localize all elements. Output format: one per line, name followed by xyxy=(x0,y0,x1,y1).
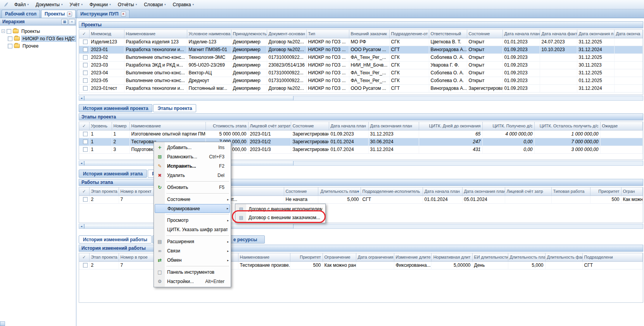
scroll-left-icon[interactable]: ◄ xyxy=(79,96,84,100)
menu-extensions[interactable]: ▤Расширения▸ xyxy=(155,237,230,246)
menu-contract-external-executor[interactable]: ▤Договор с внешним исполнителем... xyxy=(236,205,325,213)
table-row[interactable]: 11Изготовление опытной партии ПМ0...5 00… xyxy=(79,130,643,138)
column-header[interactable]: Наименование xyxy=(124,30,187,38)
tab-project-history[interactable]: История изменений проекта xyxy=(79,104,152,112)
row-checkbox[interactable] xyxy=(83,86,88,91)
filter-arrow-icon[interactable]: ▼ xyxy=(357,190,360,193)
menu-view[interactable]: Просмотр▸ xyxy=(155,216,230,225)
tab-pup-instructions[interactable]: Инструкции ПУП× xyxy=(77,10,129,18)
column-header[interactable]: Тип xyxy=(306,30,349,38)
hierarchy-collapse-button[interactable]: « xyxy=(69,19,75,25)
table-row[interactable]: 2023-04Выполнение опытно-конс...Вектор-А… xyxy=(79,69,643,77)
table-row[interactable]: 2023-03Разработка ЭКД и РКД н...905-U020… xyxy=(79,61,643,69)
column-header[interactable]: Номер xyxy=(112,122,129,130)
column-header[interactable]: Этап проекта xyxy=(89,253,119,261)
menu-duplicate[interactable]: ⊞Размножить...Ctrl+F3 xyxy=(155,152,230,161)
column-header[interactable]: Номер в прое xyxy=(119,253,154,261)
column-header[interactable]: Состояние xyxy=(291,122,329,130)
scroll-left-icon[interactable]: ◄ xyxy=(79,224,84,228)
column-header[interactable]: Наименование xyxy=(129,122,205,130)
column-header[interactable]: Внешний заказчик xyxy=(349,30,389,38)
menu-help[interactable]: Справка▾ xyxy=(169,1,197,9)
tree-item[interactable]: Прочее xyxy=(1,42,75,50)
column-header[interactable]: Состояние xyxy=(284,187,318,196)
menu-documents[interactable]: Документы▾ xyxy=(32,1,66,9)
column-header[interactable]: Лицевой счёт затр xyxy=(505,187,551,196)
expander-icon[interactable]: − xyxy=(2,29,5,33)
column-header[interactable]: Подразделение-исполнитель xyxy=(361,187,423,196)
row-checkbox[interactable] xyxy=(83,132,88,136)
menu-formation[interactable]: Формирование▸ xyxy=(155,204,230,213)
tree-checkbox[interactable] xyxy=(8,44,12,48)
column-header[interactable]: Дата окончания план xyxy=(462,187,505,196)
menu-add[interactable]: +Добавить...Ins xyxy=(155,143,230,152)
row-checkbox[interactable] xyxy=(83,70,88,75)
column-header[interactable]: Ожидае xyxy=(600,122,643,130)
column-header[interactable]: Этап проекта xyxy=(89,187,119,196)
sidebar-scroll-corner[interactable] xyxy=(0,321,5,326)
column-header[interactable]: Изменение длите xyxy=(394,253,431,261)
scroll-thumb[interactable] xyxy=(84,96,294,100)
column-header[interactable]: ЦИТК. Дней до окончания xyxy=(419,122,482,130)
column-header[interactable]: Дата ограничения xyxy=(356,253,394,261)
projects-hscrollbar[interactable]: ◄ xyxy=(79,96,643,101)
column-header[interactable]: Ограничение xyxy=(323,253,356,261)
menu-links[interactable]: ∞Связи▸ xyxy=(155,246,230,256)
menu-citk-cost-code[interactable]: ЦИТК. Указать шифр затрат... xyxy=(155,225,230,234)
column-header[interactable]: Длительность фак xyxy=(545,253,582,261)
select-all-header[interactable]: ✓ xyxy=(79,253,89,261)
column-header[interactable]: Дата начала план xyxy=(423,187,462,196)
close-tab-icon[interactable]: × xyxy=(121,12,126,17)
column-header[interactable]: Мнемокод xyxy=(89,30,124,38)
column-header[interactable]: Дата начала план xyxy=(329,122,368,130)
row-checkbox[interactable] xyxy=(83,147,88,152)
table-row[interactable]: 2023-01тестРазработка технологии и...Пос… xyxy=(79,84,643,92)
column-header[interactable]: Приоритет xyxy=(290,253,323,261)
column-header[interactable]: Нормативная длит xyxy=(431,253,472,261)
scroll-left-icon[interactable]: ◄ xyxy=(79,161,84,165)
column-header[interactable]: ЦИТК. Получено д/с xyxy=(482,122,534,130)
column-header[interactable]: Типовая работа xyxy=(551,187,590,196)
column-header[interactable]: Уровень xyxy=(89,122,112,130)
column-header[interactable]: Подразделени xyxy=(582,253,643,261)
row-checkbox[interactable] xyxy=(83,63,88,67)
tab-resources-partial[interactable]: е ресурсы xyxy=(229,235,265,244)
tab-work-history[interactable]: История изменений работы xyxy=(79,235,152,244)
column-header[interactable]: Состояние xyxy=(467,30,502,38)
column-header[interactable]: Документ-основан xyxy=(267,30,306,38)
tree-item[interactable]: −Проекты xyxy=(1,27,75,35)
tab-projects[interactable]: Проекты× xyxy=(41,10,76,18)
column-header[interactable]: ЕИ длительности xyxy=(472,253,508,261)
menu-accounting[interactable]: Учёт▾ xyxy=(66,1,86,9)
column-header[interactable]: Дата начала план xyxy=(502,30,540,38)
row-checkbox[interactable] xyxy=(83,39,88,44)
column-header[interactable]: Лицевой счёт затрат xyxy=(248,122,291,130)
menu-contract-external-customer[interactable]: ▤Договор с внешним заказчиком... xyxy=(236,213,325,222)
row-checkbox[interactable] xyxy=(83,263,88,268)
tree-item[interactable]: НИОКР по ГОЗ без НДС xyxy=(1,35,75,42)
row-checkbox[interactable] xyxy=(83,197,88,202)
select-all-header[interactable]: ✓ xyxy=(79,122,89,130)
row-checkbox[interactable] xyxy=(83,139,88,144)
column-header[interactable]: Длительность план▼ xyxy=(318,187,361,196)
select-all-header[interactable]: ✓ xyxy=(79,30,89,38)
column-header[interactable]: Приоритет xyxy=(590,187,621,196)
hierarchy-grid-button[interactable]: ▦ xyxy=(61,19,68,25)
table-row[interactable]: 2023-02Выполнение опытно-конс...Технолог… xyxy=(79,53,643,61)
close-tab-icon[interactable]: × xyxy=(67,12,72,17)
table-row[interactable]: Изделие123Разработка изделия 123Изделие-… xyxy=(79,38,643,46)
column-header[interactable]: Подразделение-от xyxy=(389,30,429,38)
menu-refresh[interactable]: ↻ОбновитьF5 xyxy=(155,183,230,192)
menu-state[interactable]: Состояние▸ xyxy=(155,195,230,204)
menu-reports[interactable]: Отчёты▾ xyxy=(114,1,140,9)
menu-delete[interactable]: ✖УдалитьDel xyxy=(155,171,230,180)
tree-checkbox[interactable] xyxy=(8,36,12,41)
menu-edit[interactable]: ✎Исправить...F2 xyxy=(155,161,230,171)
row-checkbox[interactable] xyxy=(83,55,88,60)
tree-checkbox[interactable] xyxy=(7,29,11,34)
column-header[interactable]: Дата окончания п xyxy=(577,30,614,38)
column-header[interactable]: Наименование xyxy=(238,253,290,261)
table-row[interactable]: 2023-01Разработка технологии и...Магнит … xyxy=(79,46,643,53)
column-header[interactable]: Длительность пла xyxy=(508,253,545,261)
column-header[interactable]: Огран xyxy=(621,187,643,196)
